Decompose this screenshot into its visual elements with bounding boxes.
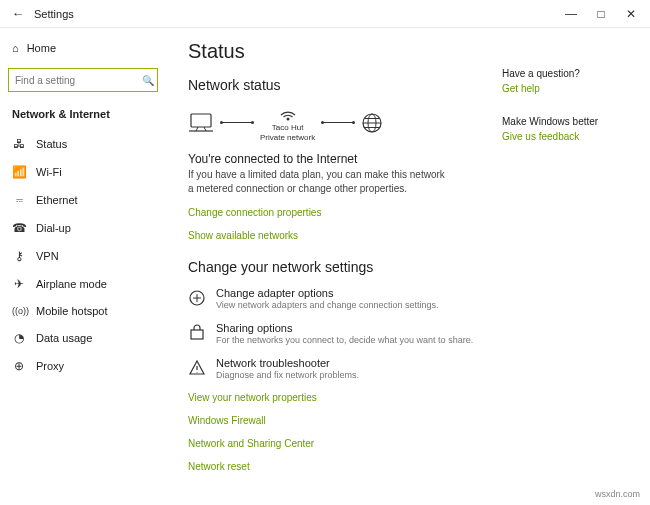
sidebar: ⌂ Home 🔍 Network & Internet 🖧 Status 📶 W… — [0, 28, 166, 505]
change-settings-header: Change your network settings — [188, 259, 482, 275]
sidebar-item-label: Mobile hotspot — [36, 305, 108, 317]
sidebar-item-dialup[interactable]: ☎ Dial-up — [8, 214, 158, 242]
sidebar-item-label: VPN — [36, 250, 59, 262]
row-desc: For the networks you connect to, decide … — [216, 335, 473, 345]
link-get-help[interactable]: Get help — [502, 83, 632, 94]
sidebar-item-label: Proxy — [36, 360, 64, 372]
row-desc: View network adapters and change connect… — [216, 300, 438, 310]
sidebar-section-header: Network & Internet — [8, 102, 158, 126]
row-title: Sharing options — [216, 322, 473, 334]
row-title: Change adapter options — [216, 287, 438, 299]
sidebar-item-airplane[interactable]: ✈ Airplane mode — [8, 270, 158, 298]
sidebar-item-home[interactable]: ⌂ Home — [8, 36, 158, 60]
link-give-feedback[interactable]: Give us feedback — [502, 131, 632, 142]
sidebar-item-label: Data usage — [36, 332, 92, 344]
computer-icon — [188, 113, 214, 133]
proxy-icon: ⊕ — [12, 359, 26, 373]
svg-rect-5 — [191, 330, 203, 339]
help-question: Have a question? — [502, 68, 632, 79]
globe-icon — [361, 112, 383, 134]
sidebar-item-label: Airplane mode — [36, 278, 107, 290]
dialup-icon: ☎ — [12, 221, 26, 235]
row-title: Network troubleshooter — [216, 357, 359, 369]
vpn-icon: ⚷ — [12, 249, 26, 263]
datausage-icon: ◔ — [12, 331, 26, 345]
troubleshoot-icon — [188, 357, 206, 380]
link-network-reset[interactable]: Network reset — [188, 461, 482, 472]
row-change-adapter-options[interactable]: Change adapter optionsView network adapt… — [188, 287, 482, 310]
router-name: Taco Hut — [260, 123, 315, 133]
link-change-connection-properties[interactable]: Change connection properties — [188, 207, 482, 218]
sidebar-item-status[interactable]: 🖧 Status — [8, 130, 158, 158]
sidebar-item-label: Home — [27, 42, 56, 54]
close-button[interactable]: ✕ — [616, 7, 646, 21]
sidebar-item-label: Wi-Fi — [36, 166, 62, 178]
search-input[interactable] — [15, 75, 142, 86]
row-network-troubleshooter[interactable]: Network troubleshooterDiagnose and fix n… — [188, 357, 482, 380]
svg-rect-0 — [191, 114, 211, 127]
minimize-button[interactable]: — — [556, 7, 586, 21]
connection-line — [222, 122, 252, 123]
sharing-icon — [188, 322, 206, 345]
network-status-header: Network status — [188, 77, 482, 93]
row-sharing-options[interactable]: Sharing optionsFor the networks you conn… — [188, 322, 482, 345]
link-windows-firewall[interactable]: Windows Firewall — [188, 415, 482, 426]
search-icon: 🔍 — [142, 75, 154, 86]
home-icon: ⌂ — [12, 42, 19, 54]
link-view-network-properties[interactable]: View your network properties — [188, 392, 482, 403]
link-show-available-networks[interactable]: Show available networks — [188, 230, 482, 241]
wifi-icon: 📶 — [12, 165, 26, 179]
svg-point-1 — [286, 118, 289, 121]
back-button[interactable]: ← — [4, 6, 32, 21]
sidebar-item-label: Status — [36, 138, 67, 150]
watermark: wsxdn.com — [595, 489, 640, 499]
connected-title: You're connected to the Internet — [188, 152, 482, 166]
search-input-wrap[interactable]: 🔍 — [8, 68, 158, 92]
sidebar-item-ethernet[interactable]: ⎓ Ethernet — [8, 186, 158, 214]
connection-line — [323, 122, 353, 123]
feedback-question: Make Windows better — [502, 116, 632, 127]
sidebar-item-label: Dial-up — [36, 222, 71, 234]
sidebar-item-vpn[interactable]: ⚷ VPN — [8, 242, 158, 270]
router-icon — [277, 103, 299, 121]
sidebar-item-wifi[interactable]: 📶 Wi-Fi — [8, 158, 158, 186]
sidebar-item-datausage[interactable]: ◔ Data usage — [8, 324, 158, 352]
sidebar-item-hotspot[interactable]: ((o)) Mobile hotspot — [8, 298, 158, 324]
airplane-icon: ✈ — [12, 277, 26, 291]
maximize-button[interactable]: □ — [586, 7, 616, 21]
titlebar: ← Settings — □ ✕ — [0, 0, 650, 28]
hotspot-icon: ((o)) — [12, 306, 26, 316]
connected-desc: If you have a limited data plan, you can… — [188, 168, 448, 195]
window-title: Settings — [34, 8, 556, 20]
sidebar-item-proxy[interactable]: ⊕ Proxy — [8, 352, 158, 380]
page-title: Status — [188, 40, 482, 63]
link-network-sharing-center[interactable]: Network and Sharing Center — [188, 438, 482, 449]
router-type: Private network — [260, 133, 315, 143]
status-icon: 🖧 — [12, 137, 26, 151]
row-desc: Diagnose and fix network problems. — [216, 370, 359, 380]
sidebar-item-label: Ethernet — [36, 194, 78, 206]
network-diagram: Taco Hut Private network — [188, 103, 482, 142]
adapter-icon — [188, 287, 206, 310]
main-content: Status Network status Taco Hut Private n… — [188, 40, 482, 505]
ethernet-icon: ⎓ — [12, 193, 26, 207]
right-column: Have a question? Get help Make Windows b… — [502, 40, 632, 505]
